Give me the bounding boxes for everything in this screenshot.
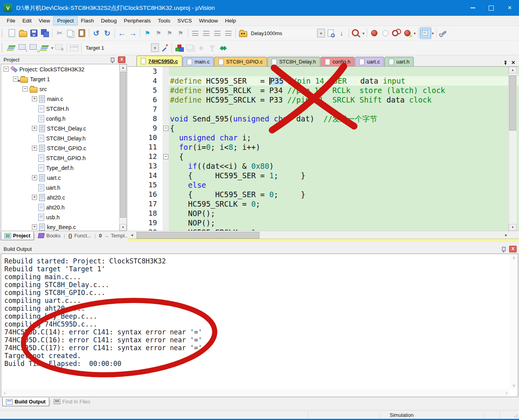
incremental-find-icon[interactable]: ↓ (336, 28, 347, 39)
bottom-tab-find-in-files[interactable]: Find In Files (50, 398, 93, 406)
paste-icon[interactable] (76, 28, 87, 39)
copy-icon[interactable] (65, 28, 76, 39)
toggle-bookmark-icon[interactable]: ⚑ (142, 28, 153, 39)
editor-tab-uart-c[interactable]: uart.c (355, 57, 384, 66)
tree-item-stc8h-delay-h[interactable]: STC8H_Delay.h (1, 133, 127, 143)
tree-toggle-icon[interactable]: − (22, 86, 28, 91)
menu-view[interactable]: View (35, 17, 54, 25)
tree-toggle-icon[interactable]: + (32, 175, 37, 180)
panel-tab-funct-[interactable]: {}Funct... (65, 231, 94, 240)
scroll-up-icon[interactable]: ▲ (509, 67, 517, 73)
toolbar-grip[interactable] (2, 43, 4, 52)
project-windows-icon[interactable] (420, 28, 431, 39)
tree-item-main-c[interactable]: +main.c (1, 94, 127, 104)
tab-overflow-icon[interactable]: ▼▼ (504, 61, 508, 65)
tree-toggle-icon[interactable]: + (32, 146, 37, 151)
tree-toggle-icon[interactable]: − (4, 67, 9, 72)
save-icon[interactable] (28, 28, 39, 39)
disable-breakpoints-icon[interactable] (391, 28, 402, 39)
target-combo[interactable]: Target 1 (83, 44, 150, 52)
editor-tab-stc8h-delay-h[interactable]: STC8H_Delay.h (267, 57, 320, 66)
tree-item-aht20-c[interactable]: +aht20.c (1, 192, 127, 202)
indent-icon[interactable] (190, 28, 201, 39)
clear-bookmarks-icon[interactable]: ⚑ (175, 28, 186, 39)
nav-back-icon[interactable]: ← (116, 28, 127, 39)
manage-items-icon[interactable] (174, 42, 185, 53)
editor-tab-uart-h[interactable]: uart.h (385, 57, 414, 66)
scroll-thumb[interactable] (509, 75, 516, 131)
minimize-button[interactable] (463, 0, 482, 16)
filter-icon[interactable] (207, 42, 218, 53)
resize-grip[interactable] (514, 414, 518, 418)
options-for-target-icon[interactable] (159, 42, 170, 53)
search-combo[interactable]: Delay1000ms (248, 29, 316, 37)
fold-collapse-icon[interactable]: − (163, 154, 168, 159)
close-button[interactable]: × (500, 0, 519, 16)
editor-hscrollbar[interactable]: ◄ ► (128, 231, 519, 239)
menu-file[interactable]: File (3, 17, 19, 25)
batch-build-arrow[interactable]: ▾ (50, 46, 54, 50)
tree-item-stc8h-h[interactable]: STC8H.h (1, 104, 127, 114)
editor-tab-config-h[interactable]: config.h (321, 57, 355, 66)
breakpoint-arrow[interactable]: ▾ (413, 31, 416, 35)
rebuild-icon[interactable] (28, 42, 39, 53)
toolbar-grip[interactable] (2, 29, 4, 37)
nav-forward-icon[interactable]: → (127, 28, 138, 39)
multi-project-icon[interactable] (185, 42, 196, 53)
menu-svcs[interactable]: SVCS (174, 17, 196, 25)
scroll-up-icon[interactable]: ∧ (510, 254, 518, 261)
panel-tab-templ-[interactable]: 0→Templ... (96, 231, 132, 240)
bottom-tab-build-output[interactable]: Build Output (2, 398, 49, 406)
download-icon[interactable]: LOAD (69, 42, 80, 53)
menu-tools[interactable]: Tools (154, 17, 174, 25)
project-panel-close-icon[interactable]: x (118, 56, 125, 63)
tree-item-key-beep-c[interactable]: +key_Beep.c (1, 222, 127, 231)
scroll-right-icon[interactable]: ► (504, 232, 508, 238)
tree-item-target-1[interactable]: −Target 1 (1, 74, 127, 84)
build-icon[interactable] (17, 42, 28, 53)
console-vscrollbar[interactable]: ∧∨ (510, 254, 518, 389)
scroll-down-icon[interactable]: ▼ (509, 224, 517, 231)
tree-toggle-icon[interactable]: + (32, 96, 37, 101)
target-dropdown[interactable]: ▾ (151, 43, 159, 52)
scroll-right-icon[interactable]: › (503, 389, 510, 397)
tree-item-usb-h[interactable]: usb.h (1, 212, 127, 222)
open-file-icon[interactable] (17, 28, 28, 39)
enable-breakpoint-icon[interactable] (380, 28, 391, 39)
menu-peripherals[interactable]: Peripherals (120, 17, 154, 25)
menu-flash[interactable]: Flash (77, 17, 97, 25)
scroll-thumb[interactable] (120, 72, 126, 218)
find-icon[interactable] (325, 28, 336, 39)
scroll-down-icon[interactable]: ▼ (119, 224, 127, 231)
editor-tab-stc8h-gpio-c[interactable]: STC8H_GPIO.c (214, 57, 267, 66)
configure-icon[interactable] (438, 28, 449, 39)
pin-icon[interactable] (111, 58, 114, 62)
tree-item-uart-h[interactable]: uart.h (1, 183, 127, 192)
search-dropdown[interactable]: ▾ (317, 29, 325, 37)
code-area[interactable]: 34#define HC595_SER = P35 //pin 14 SER d… (128, 66, 519, 231)
scroll-left-icon[interactable]: ◄ (130, 232, 134, 238)
build-output-console[interactable]: Rebuild started: Project: ClockSTC8H3K32… (1, 254, 518, 397)
panel-tab-project[interactable]: Project (1, 231, 34, 240)
editor-vscrollbar[interactable]: ▲ ▼ (508, 67, 517, 231)
tree-item-type-def-h[interactable]: Type_def.h (1, 163, 127, 173)
cut-icon[interactable]: ✂ (54, 28, 65, 39)
tree-toggle-icon[interactable]: + (32, 224, 37, 230)
prev-bookmark-icon[interactable]: ⚑ (153, 28, 164, 39)
quick-find-icon[interactable] (351, 28, 362, 39)
panel-tab-books[interactable]: Books (35, 231, 63, 240)
scroll-down-icon[interactable]: ∨ (510, 382, 518, 389)
component-viewer-icon[interactable]: ◆ (196, 42, 207, 53)
tree-item-project-clockstc8h3k32[interactable]: −Project: ClockSTC8H3K32 (1, 64, 127, 74)
tree-item-uart-c[interactable]: +uart.c (1, 173, 127, 183)
close-file-icon[interactable]: × (512, 59, 515, 66)
scroll-thumb[interactable] (136, 232, 260, 239)
redo-icon[interactable]: ↻ (102, 28, 113, 39)
menu-edit[interactable]: Edit (19, 17, 35, 25)
new-file-icon[interactable] (6, 28, 17, 39)
runtime-environment-icon[interactable]: ◆◆ (218, 42, 229, 53)
windows-arrow[interactable]: ▾ (431, 31, 435, 35)
kill-breakpoints-icon[interactable] (402, 28, 413, 39)
menu-project[interactable]: Project (54, 17, 77, 25)
find-in-files-icon[interactable] (237, 28, 248, 39)
